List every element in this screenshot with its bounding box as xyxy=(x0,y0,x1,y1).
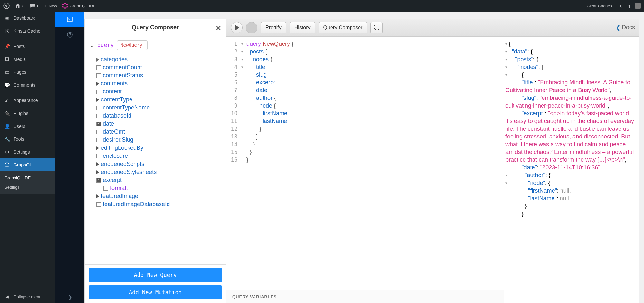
docs-button[interactable]: ❮ Docs xyxy=(616,24,635,31)
svg-point-7 xyxy=(62,4,63,5)
svg-point-6 xyxy=(62,6,63,7)
fullscreen-icon[interactable]: ⛶ xyxy=(370,22,383,33)
field-desiredSlug[interactable]: desiredSlug xyxy=(96,136,222,144)
svg-marker-1 xyxy=(63,4,67,8)
svg-point-0 xyxy=(4,3,9,9)
field-commentStatus[interactable]: commentStatus xyxy=(96,71,222,80)
kebab-menu-icon[interactable]: ⋮ xyxy=(216,42,221,48)
home-icon[interactable]: g xyxy=(15,3,24,9)
history-button[interactable]: History xyxy=(290,22,315,33)
query-composer-panel: Query Composer ✕ ⌄ query ⋮ categoriescom… xyxy=(84,19,226,303)
menu-appearance[interactable]: 🖌Appearance xyxy=(0,94,55,107)
prettify-button[interactable]: Prettify xyxy=(261,22,286,33)
graphql-submenu: GraphiQL IDE Settings xyxy=(0,171,55,194)
menu-users[interactable]: 👤Users xyxy=(0,120,55,133)
menu-media[interactable]: 🖼Media xyxy=(0,53,55,66)
user-avatar[interactable] xyxy=(635,3,641,9)
composer-title: Query Composer xyxy=(132,24,179,31)
menu-posts[interactable]: 📌Posts xyxy=(0,40,55,53)
graphiql-ide-link[interactable]: GraphiQL IDE xyxy=(62,3,96,9)
svg-point-2 xyxy=(65,3,66,4)
chevron-down-icon[interactable]: ⌄ xyxy=(90,42,94,48)
user-avatar-toolbar[interactable] xyxy=(246,22,257,33)
field-categories[interactable]: categories xyxy=(96,55,222,63)
run-button[interactable] xyxy=(231,22,243,33)
svg-point-5 xyxy=(65,8,66,9)
user-initial: g xyxy=(628,4,630,8)
ide-toolbar: Prettify History Query Composer ⛶ ❮ Docs xyxy=(226,19,639,37)
menu-comments[interactable]: 💬Comments xyxy=(0,79,55,91)
query-header: ⌄ query ⋮ xyxy=(85,36,226,54)
close-icon[interactable]: ✕ xyxy=(216,24,221,33)
menu-plugins[interactable]: 🔌Plugins xyxy=(0,107,55,120)
clear-caches[interactable]: Clear Caches xyxy=(587,4,612,8)
field-enqueuedStylesheets[interactable]: enqueuedStylesheets xyxy=(96,168,222,176)
add-query-button[interactable]: Add New Query xyxy=(89,268,222,282)
query-variables-header[interactable]: QUERY VARIABLES xyxy=(226,290,504,303)
field-date[interactable]: date xyxy=(96,120,222,128)
field-editingLockedBy[interactable]: editingLockedBy xyxy=(96,144,222,152)
query-keyword: query xyxy=(97,42,114,48)
add-mutation-button[interactable]: Add New Mutation xyxy=(89,285,222,299)
rail-expand-icon[interactable]: ❯ xyxy=(68,294,72,300)
field-format[interactable]: format: xyxy=(103,184,222,192)
menu-pages[interactable]: ▤Pages xyxy=(0,66,55,79)
ide-rail: ❯ xyxy=(55,12,84,303)
svg-point-4 xyxy=(67,6,68,7)
field-featuredImageDatabaseId[interactable]: featuredImageDatabaseId xyxy=(96,200,222,208)
howdy[interactable]: Hi, xyxy=(617,4,622,8)
field-excerpt[interactable]: excerpt xyxy=(96,176,222,184)
field-enqueuedScripts[interactable]: enqueuedScripts xyxy=(96,160,222,168)
svg-marker-8 xyxy=(5,163,9,167)
new-content[interactable]: + New xyxy=(44,4,57,8)
svg-point-3 xyxy=(67,4,68,5)
field-enclosure[interactable]: enclosure xyxy=(96,152,222,160)
wp-admin-bar: g 0 + New GraphiQL IDE Clear Caches Hi, … xyxy=(0,0,644,12)
field-featuredImage[interactable]: featuredImage xyxy=(96,192,222,200)
menu-tools[interactable]: 🔧Tools xyxy=(0,133,55,146)
results-pane: ▾{▾ "data": {▾ "posts": {▾ "nodes": [▾ {… xyxy=(504,37,639,303)
svg-rect-9 xyxy=(67,17,72,22)
rail-help-icon[interactable] xyxy=(55,27,84,43)
admin-sidebar: ◉Dashboard KKinsta Cache 📌Posts 🖼Media ▤… xyxy=(0,12,55,303)
field-databaseId[interactable]: databaseId xyxy=(96,112,222,120)
field-commentCount[interactable]: commentCount xyxy=(96,63,222,71)
menu-dashboard[interactable]: ◉Dashboard xyxy=(0,12,55,24)
field-comments[interactable]: comments xyxy=(96,80,222,88)
menu-graphql[interactable]: GraphQL xyxy=(0,158,55,171)
submenu-settings[interactable]: Settings xyxy=(0,183,55,192)
submenu-ide[interactable]: GraphiQL IDE xyxy=(0,173,55,183)
field-contentTypeName[interactable]: contentTypeName xyxy=(96,104,222,112)
graphiql-ide: Query Composer ✕ ⌄ query ⋮ categoriescom… xyxy=(84,19,639,303)
field-dateGmt[interactable]: dateGmt xyxy=(96,128,222,136)
field-content[interactable]: content xyxy=(96,88,222,96)
query-composer-button[interactable]: Query Composer xyxy=(319,22,368,33)
query-name-input[interactable] xyxy=(117,40,148,50)
wp-logo[interactable] xyxy=(3,3,10,9)
menu-settings[interactable]: ⚙Settings xyxy=(0,146,55,158)
rail-terminal-icon[interactable] xyxy=(55,12,84,27)
field-contentType[interactable]: contentType xyxy=(96,96,222,104)
menu-kinsta[interactable]: KKinsta Cache xyxy=(0,24,55,37)
query-editor[interactable]: 12345678910111213141516 ▾▾▾▾ query NewQu… xyxy=(226,37,504,303)
field-list: categoriescommentCountcommentStatuscomme… xyxy=(85,54,226,264)
collapse-menu[interactable]: ◀Collapse menu xyxy=(0,290,55,303)
comments-bubble[interactable]: 0 xyxy=(30,3,39,9)
